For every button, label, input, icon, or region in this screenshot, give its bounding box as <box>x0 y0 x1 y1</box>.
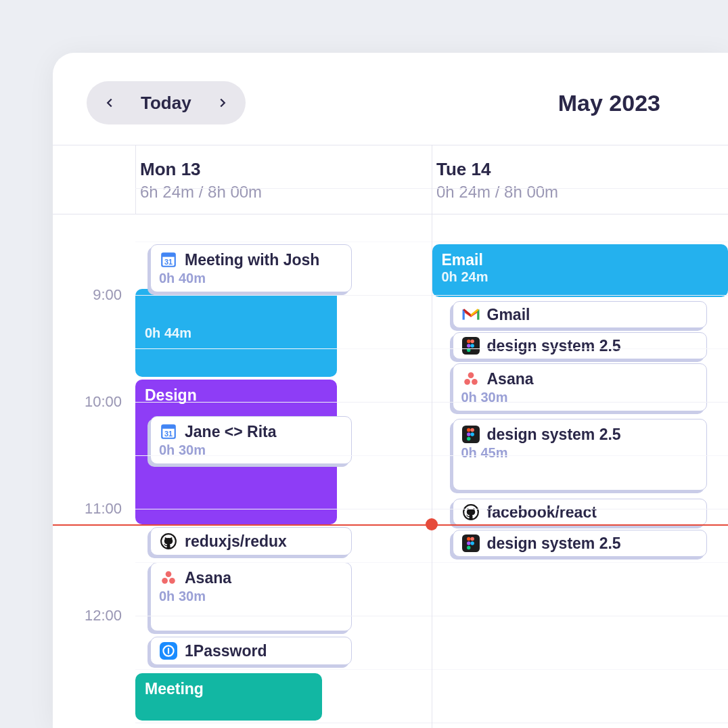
gcal-icon: 31 <box>159 250 178 269</box>
event-redux[interactable]: reduxjs/redux <box>150 527 352 555</box>
event-asana[interactable]: Asana 0h 30m <box>150 562 352 631</box>
svg-text:31: 31 <box>164 258 173 266</box>
figma-icon <box>461 336 480 355</box>
event-title: design system 2.5 <box>487 337 621 355</box>
svg-rect-1 <box>162 253 175 256</box>
event-untitled[interactable]: 0h 44m <box>135 289 337 377</box>
event-title: design system 2.5 <box>487 534 621 553</box>
time-label: 11:00 <box>85 500 122 518</box>
svg-point-31 <box>467 537 470 541</box>
now-indicator <box>53 524 728 526</box>
event-duration: 0h 24m <box>442 269 719 285</box>
event-title: Asana <box>487 370 534 388</box>
time-label: 12:00 <box>85 607 122 624</box>
svg-rect-12 <box>168 648 169 654</box>
now-dot <box>426 518 438 530</box>
svg-point-18 <box>470 344 474 347</box>
event-duration: 0h 30m <box>159 589 343 604</box>
svg-point-24 <box>467 428 470 432</box>
svg-point-35 <box>467 546 470 549</box>
svg-point-22 <box>472 379 478 385</box>
asana-icon <box>159 568 178 587</box>
gcal-icon: 31 <box>159 422 178 441</box>
day-hours: 6h 24m / 8h 00m <box>140 183 432 202</box>
month-label: May 2023 <box>558 90 660 116</box>
svg-point-25 <box>470 428 474 432</box>
header: Today May 2023 <box>53 53 728 145</box>
svg-point-28 <box>467 437 470 440</box>
event-gmail[interactable]: Gmail <box>453 301 707 328</box>
prev-button[interactable] <box>95 88 124 118</box>
onepassword-icon <box>159 641 178 660</box>
event-duration: 0h 40m <box>159 271 343 286</box>
svg-point-15 <box>467 340 470 343</box>
github-icon <box>461 503 480 522</box>
figma-icon <box>461 425 480 444</box>
event-title: Meeting with Josh <box>185 251 319 269</box>
day-label: Tue 14 <box>436 159 728 180</box>
svg-point-33 <box>467 541 470 545</box>
day-hours: 0h 24m / 8h 00m <box>436 183 728 202</box>
svg-point-9 <box>169 578 175 584</box>
figma-icon <box>461 534 480 553</box>
event-jane-rita[interactable]: 31 Jane <> Rita 0h 30m <box>150 416 352 464</box>
svg-point-17 <box>467 344 470 347</box>
event-title: Jane <> Rita <box>185 423 277 441</box>
event-duration: 0h 30m <box>461 390 698 405</box>
event-meeting-josh[interactable]: 31 Meeting with Josh 0h 40m <box>150 244 352 292</box>
svg-point-20 <box>468 372 474 378</box>
today-button[interactable]: Today <box>129 93 204 114</box>
day-column-mon[interactable]: 0h 44m 31 Meeting with Josh 0h 40m Desig… <box>135 214 432 728</box>
asana-icon <box>461 369 480 388</box>
event-title: Asana <box>185 569 231 587</box>
svg-point-26 <box>467 432 470 436</box>
svg-rect-4 <box>162 425 175 428</box>
event-title: reduxjs/redux <box>185 532 287 551</box>
time-label: 10:00 <box>85 393 122 411</box>
svg-point-19 <box>467 348 470 352</box>
svg-point-27 <box>470 432 474 436</box>
days-header: Mon 13 6h 24m / 8h 00m Tue 14 0h 24m / 8… <box>53 145 728 214</box>
event-title: 1Password <box>185 642 267 660</box>
event-duration: 0h 45m <box>461 445 698 461</box>
event-email[interactable]: Email 0h 24m <box>432 244 729 297</box>
event-title: Gmail <box>487 306 530 324</box>
event-duration: 0h 30m <box>159 442 343 458</box>
chevron-right-icon <box>215 95 230 110</box>
event-title: design system 2.5 <box>487 426 621 444</box>
event-duration: 0h 44m <box>145 325 327 341</box>
calendar-grid: 9:0010:0011:0012:00 0h 44m 31 Meeting wi… <box>53 214 728 728</box>
event-ds3[interactable]: design system 2.5 <box>453 530 707 557</box>
time-gutter: 9:0010:0011:0012:00 <box>53 214 135 728</box>
svg-point-34 <box>470 541 474 545</box>
day-header-mon[interactable]: Mon 13 6h 24m / 8h 00m <box>135 145 432 214</box>
day-column-tue[interactable]: Email 0h 24m Gmail design system 2.5 Asa… <box>432 214 729 728</box>
event-meeting[interactable]: Meeting <box>135 673 322 721</box>
svg-point-32 <box>470 537 474 541</box>
svg-point-7 <box>166 571 172 577</box>
date-nav: Today <box>87 81 246 124</box>
event-title: Email <box>442 251 719 269</box>
day-header-tue[interactable]: Tue 14 0h 24m / 8h 00m <box>432 145 728 214</box>
svg-point-16 <box>470 340 474 343</box>
event-react[interactable]: facebook/react <box>453 499 707 526</box>
event-title: facebook/react <box>487 503 597 522</box>
next-button[interactable] <box>208 88 237 118</box>
gmail-icon <box>461 305 480 324</box>
chevron-left-icon <box>102 95 117 110</box>
time-label: 9:00 <box>93 286 122 304</box>
event-ds1[interactable]: design system 2.5 <box>453 332 707 359</box>
event-1password[interactable]: 1Password <box>150 637 352 665</box>
event-asana-tue[interactable]: Asana 0h 30m <box>453 363 707 411</box>
calendar-app: Today May 2023 Mon 13 6h 24m / 8h 00m Tu… <box>53 53 728 728</box>
event-title: Meeting <box>145 680 313 698</box>
svg-point-21 <box>464 379 470 385</box>
svg-point-8 <box>162 578 168 584</box>
day-label: Mon 13 <box>140 159 432 180</box>
github-icon <box>159 532 178 551</box>
svg-text:31: 31 <box>164 430 173 438</box>
